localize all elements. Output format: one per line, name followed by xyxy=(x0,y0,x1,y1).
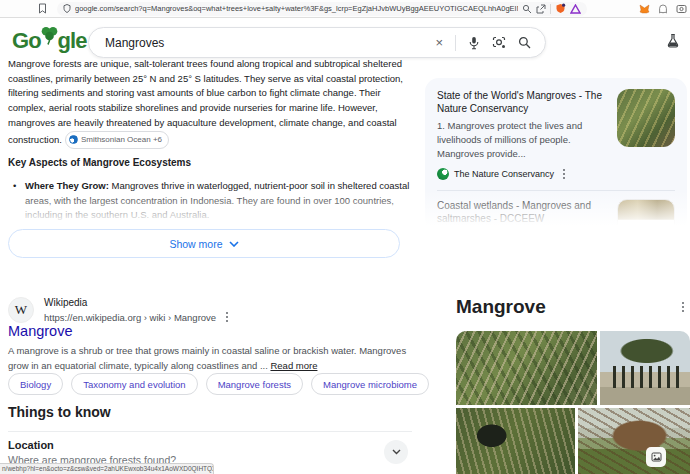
chevron-down-icon xyxy=(229,241,239,247)
ai-overview-text: Mangrove forests are unique, salt-tolera… xyxy=(8,58,403,144)
ai-overview-sources-panel: State of the World's Mangroves - The Nat… xyxy=(425,78,687,232)
read-more-link[interactable]: Read more xyxy=(270,360,317,371)
privacy-shield-extension-icon[interactable] xyxy=(555,3,566,14)
ai-overview-bullet: • Where They Grow: Mangroves thrive in w… xyxy=(8,179,412,228)
bullet-marker: • xyxy=(13,179,16,194)
ai-overview-section-heading: Key Aspects of Mangrove Ecosystems xyxy=(8,157,412,168)
logo-letter: e xyxy=(75,27,86,55)
result-site-name[interactable]: Wikipedia xyxy=(44,297,87,308)
section-divider xyxy=(8,431,412,432)
snippet-text: A mangrove is a shrub or tree that grows… xyxy=(8,345,406,371)
mangrove-photo-rootball[interactable] xyxy=(578,408,690,474)
source-name: The Nature Conservancy xyxy=(454,169,554,179)
search-input[interactable] xyxy=(105,36,435,50)
bullet-label: Where They Grow: xyxy=(25,180,109,191)
link-preview-status: n/webhp?hl=en&octo=z&csw&ved=2ahUKEwxob3… xyxy=(0,463,214,474)
chip-taxonomy[interactable]: Taxonomy and evolution xyxy=(71,373,197,395)
chip-mangrove-forests[interactable]: Mangrove forests xyxy=(206,373,303,395)
chevron-down-icon xyxy=(392,449,401,455)
search-box[interactable]: × xyxy=(88,27,546,58)
labs-flask-icon[interactable] xyxy=(666,33,680,48)
toolbar-divider xyxy=(550,4,551,14)
citation-label: Smithsonian Ocean +6 xyxy=(81,133,162,148)
site-info-icon[interactable] xyxy=(63,4,71,13)
smithsonian-favicon xyxy=(69,135,78,144)
screenshot-extension-icon[interactable] xyxy=(676,4,687,14)
show-more-label: Show more xyxy=(169,238,222,250)
browser-extensions xyxy=(639,4,687,14)
source-card-thumbnail[interactable] xyxy=(617,199,675,232)
chip-biology[interactable]: Biology xyxy=(8,373,63,395)
source-card-thumbnail[interactable] xyxy=(617,89,675,147)
zoom-page-icon[interactable] xyxy=(522,4,532,14)
google-search-page: google.com/search?q=Mangroves&oq=what+tr… xyxy=(0,0,690,474)
related-chips: Biology Taxonomy and evolution Mangrove … xyxy=(8,373,429,395)
google-logo[interactable]: Gogle xyxy=(12,27,86,55)
bookmark-icon[interactable] xyxy=(38,3,47,14)
search-box-divider xyxy=(455,35,456,51)
source-card-snippet: 1. Mangroves protect the lives and livel… xyxy=(437,119,607,161)
show-more-button[interactable]: Show more xyxy=(8,229,400,258)
search-icon[interactable] xyxy=(518,36,531,49)
image-gallery-icon[interactable] xyxy=(646,447,666,467)
ghost-extension-icon[interactable] xyxy=(658,4,668,14)
microphone-icon[interactable] xyxy=(468,36,480,50)
wikipedia-favicon: W xyxy=(8,297,34,323)
triangle-extension-icon[interactable] xyxy=(570,4,581,14)
ai-overview-paragraph: Mangrove forests are unique, salt-tolera… xyxy=(8,57,414,149)
source-card-title[interactable]: Coastal wetlands - Mangroves and saltmar… xyxy=(437,199,607,225)
result-snippet: A mangrove is a shrub or tree that grows… xyxy=(8,344,414,373)
shamrock-doodle-icon xyxy=(40,25,59,53)
result-title-link[interactable]: Mangrove xyxy=(8,323,72,339)
google-lens-icon[interactable] xyxy=(492,36,506,49)
logo-letter: G xyxy=(12,27,28,55)
card-menu-icon[interactable] xyxy=(559,167,569,181)
address-bar[interactable]: google.com/search?q=Mangroves&oq=what+tr… xyxy=(57,2,587,16)
result-breadcrumb[interactable]: https://en.wikipedia.org › wiki › Mangro… xyxy=(44,312,216,323)
mangrove-photo-tree[interactable] xyxy=(600,331,690,405)
chip-mangrove-microbiome[interactable]: Mangrove microbiome xyxy=(311,373,429,395)
share-icon[interactable] xyxy=(536,4,546,14)
result-menu-icon[interactable] xyxy=(222,310,232,324)
location-item-title[interactable]: Location xyxy=(8,439,54,451)
favicon-letter: W xyxy=(15,302,27,318)
nature-conservancy-favicon xyxy=(437,168,449,180)
knowledge-panel-menu-icon[interactable] xyxy=(678,300,688,314)
things-to-know-heading: Things to know xyxy=(8,404,111,420)
source-card-title[interactable]: State of the World's Mangroves - The Nat… xyxy=(437,89,607,115)
citation-chip[interactable]: Smithsonian Ocean +6 xyxy=(65,131,169,150)
knowledge-panel-title: Mangrove xyxy=(456,296,546,318)
expand-location-button[interactable] xyxy=(384,440,408,464)
metamask-extension-icon[interactable] xyxy=(639,4,650,14)
address-url[interactable]: google.com/search?q=Mangroves&oq=what+tr… xyxy=(75,4,518,13)
mangrove-photo-bird[interactable] xyxy=(456,408,575,474)
source-card[interactable]: Coastal wetlands - Mangroves and saltmar… xyxy=(437,199,675,232)
source-card-snippet: Both mangroves and saltmarshes protect c… xyxy=(437,229,607,232)
source-card[interactable]: State of the World's Mangroves - The Nat… xyxy=(437,89,675,181)
browser-chrome: google.com/search?q=Mangroves&oq=what+tr… xyxy=(0,0,690,18)
card-divider xyxy=(437,190,675,191)
logo-letter: g xyxy=(58,27,70,55)
clear-search-icon[interactable]: × xyxy=(435,36,443,49)
mangrove-photo-roots[interactable] xyxy=(456,331,597,405)
